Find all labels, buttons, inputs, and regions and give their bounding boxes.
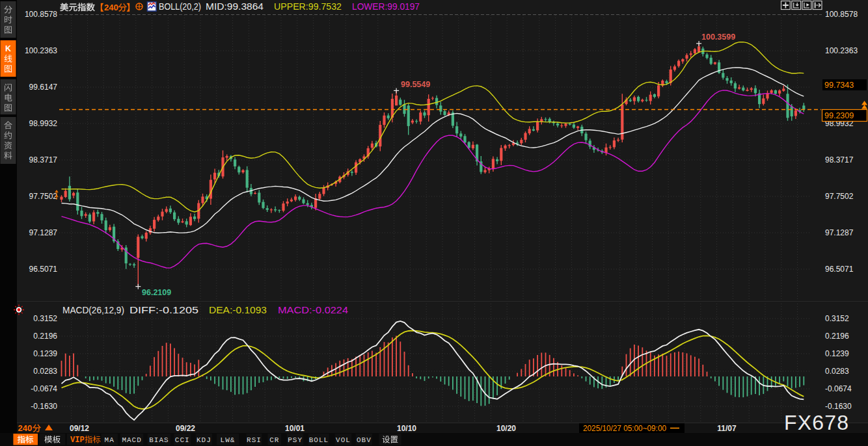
svg-text:99.5549: 99.5549 <box>401 80 430 89</box>
svg-text:OBV: OBV <box>357 436 372 444</box>
svg-text:11/07: 11/07 <box>717 424 737 433</box>
svg-text:UPPER:99.7532: UPPER:99.7532 <box>274 1 342 12</box>
svg-text:100.3599: 100.3599 <box>701 33 735 42</box>
svg-text:LW&: LW& <box>221 436 236 444</box>
svg-text:10/20: 10/20 <box>496 424 516 433</box>
svg-text:97.7502: 97.7502 <box>825 192 854 201</box>
svg-text:09/12: 09/12 <box>70 424 89 433</box>
svg-text:09/22: 09/22 <box>176 424 195 433</box>
svg-text:BOLL: BOLL <box>309 436 329 444</box>
svg-text:-0.0674: -0.0674 <box>825 384 852 393</box>
svg-text:FX678: FX678 <box>784 411 849 434</box>
svg-text:DIFF:-0.1205: DIFF:-0.1205 <box>129 305 198 315</box>
svg-text:0.3152: 0.3152 <box>825 314 849 323</box>
svg-text:96.5071: 96.5071 <box>29 265 58 274</box>
svg-text:0.3152: 0.3152 <box>33 314 57 323</box>
svg-text:-0.1630: -0.1630 <box>31 402 57 411</box>
svg-text:97.1287: 97.1287 <box>29 228 58 237</box>
svg-text:LOWER:99.0197: LOWER:99.0197 <box>352 1 420 12</box>
svg-text:97.7502: 97.7502 <box>29 192 58 201</box>
svg-text:CCI: CCI <box>175 436 190 444</box>
svg-text:BOLL(20,2): BOLL(20,2) <box>159 1 201 12</box>
svg-text:97.1287: 97.1287 <box>825 228 854 237</box>
svg-text:VIP: VIP <box>70 436 85 445</box>
svg-text:0.0283: 0.0283 <box>33 367 57 376</box>
svg-text:10/01: 10/01 <box>285 424 305 433</box>
svg-text:MACD:-0.0224: MACD:-0.0224 <box>278 305 348 315</box>
svg-text:100.2363: 100.2363 <box>25 46 57 55</box>
svg-text:K: K <box>5 44 11 53</box>
svg-text:MACD: MACD <box>122 436 141 444</box>
svg-text:-0.1630: -0.1630 <box>825 402 852 411</box>
svg-text:99.2309: 99.2309 <box>824 111 854 120</box>
svg-text:0.1239: 0.1239 <box>825 349 849 358</box>
svg-text:100.2363: 100.2363 <box>825 46 858 55</box>
svg-text:100.8578: 100.8578 <box>25 10 57 19</box>
svg-text:MA: MA <box>105 436 115 444</box>
svg-text:0.2196: 0.2196 <box>33 332 57 341</box>
svg-text:98.3717: 98.3717 <box>825 155 854 164</box>
svg-text:96.5071: 96.5071 <box>825 265 854 274</box>
svg-text:KDJ: KDJ <box>197 436 211 444</box>
svg-text:99.7343: 99.7343 <box>824 81 854 90</box>
svg-text:99.6147: 99.6147 <box>29 83 58 92</box>
svg-text:100.8578: 100.8578 <box>825 10 858 19</box>
svg-text:PSY: PSY <box>288 436 303 444</box>
svg-text:0.1239: 0.1239 <box>33 349 57 358</box>
svg-text:VOL: VOL <box>336 436 351 444</box>
svg-text:-0.0674: -0.0674 <box>31 384 57 393</box>
svg-text:MACD(26,12,9): MACD(26,12,9) <box>62 305 124 315</box>
svg-text:98.9932: 98.9932 <box>29 119 58 128</box>
svg-text:0.2196: 0.2196 <box>825 332 849 341</box>
svg-text:96.2109: 96.2109 <box>142 288 171 297</box>
svg-text:240: 240 <box>104 3 118 12</box>
svg-text:MID:99.3864: MID:99.3864 <box>206 1 264 12</box>
svg-text:DEA:-0.1093: DEA:-0.1093 <box>209 305 267 315</box>
svg-text:98.3717: 98.3717 <box>29 155 58 164</box>
svg-text:2025/10/27 05:00~09:00: 2025/10/27 05:00~09:00 <box>583 424 666 433</box>
svg-text:CR: CR <box>269 436 279 444</box>
svg-text:240: 240 <box>18 423 33 433</box>
svg-text:10/10: 10/10 <box>397 424 416 433</box>
svg-text:RSI: RSI <box>247 436 262 444</box>
svg-text:0.0283: 0.0283 <box>825 367 849 376</box>
svg-text:BIAS: BIAS <box>149 436 169 444</box>
